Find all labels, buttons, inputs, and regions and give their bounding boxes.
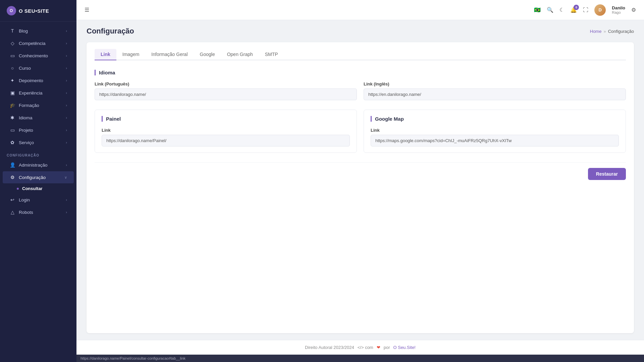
section-painel: Painel Link (95, 110, 357, 153)
restaurar-button[interactable]: Restaurar (588, 168, 626, 180)
footer-link[interactable]: O Seu.Site! (393, 345, 416, 350)
sidebar-item-blog[interactable]: T Blog › (3, 25, 74, 37)
robots-icon: △ (9, 209, 15, 215)
footer-heart-icon: ❤ (377, 345, 380, 350)
tab-google[interactable]: Google (194, 49, 221, 60)
login-icon: ↩ (9, 197, 15, 203)
sidebar-item-idioma[interactable]: ✱ Idioma › (3, 112, 74, 124)
servico-icon: ✿ (9, 139, 15, 145)
chevron-icon: › (66, 78, 67, 82)
label-link-en: Link (Inglês) (364, 81, 626, 86)
tab-informacao-geral[interactable]: Informação Geral (145, 49, 194, 60)
sidebar-item-login[interactable]: ↩ Login › (3, 194, 74, 206)
search-icon[interactable]: 🔍 (547, 7, 553, 13)
sidebar-item-curso[interactable]: ○ Curso › (3, 62, 74, 74)
sidebar-item-competencia[interactable]: ◇ Competência › (3, 37, 74, 49)
sidebar-item-depoimento[interactable]: ✦ Depoimento › (3, 74, 74, 86)
section-google-map: Google Map Link (364, 110, 626, 153)
sidebar-item-label: Login (19, 197, 30, 202)
tab-open-graph[interactable]: Open Graph (221, 49, 259, 60)
sidebar-item-label: Formação (19, 103, 39, 108)
sidebar-item-label: Serviço (19, 140, 34, 145)
chevron-icon: › (66, 103, 67, 107)
section-painel-title: Painel (102, 116, 350, 122)
breadcrumb-home[interactable]: Home (590, 29, 602, 34)
sidebar-subitem-consultar[interactable]: Consultar (3, 184, 74, 193)
depoimento-icon: ✦ (9, 77, 15, 83)
label-link-pt: Link (Português) (95, 81, 357, 86)
sidebar-item-configuracao[interactable]: ⚙ Configuração ∨ (3, 171, 74, 183)
projeto-icon: ▭ (9, 127, 15, 133)
breadcrumb-separator: » (603, 29, 606, 34)
sidebar-item-label: Administração (19, 163, 48, 168)
user-sub: Rago (612, 10, 625, 14)
field-group-painel-link: Link (102, 128, 350, 146)
flag-icon[interactable]: 🇧🇷 (534, 7, 541, 13)
expand-icon[interactable]: ⛶ (583, 7, 588, 13)
field-group-google-map-link: Link (371, 128, 619, 146)
footer-bar: Direito Autoral 2023/2024 </> com ❤ por … (76, 340, 644, 355)
sidebar-item-label: Idioma (19, 115, 33, 120)
footer-made-with: </> com (358, 345, 373, 350)
status-bar: https://danilorago.name/Painel/consultar… (76, 355, 644, 362)
chevron-icon: › (66, 54, 67, 58)
chevron-icon: › (66, 140, 67, 144)
sidebar-item-robots[interactable]: △ Robots › (3, 206, 74, 218)
tab-imagem[interactable]: Imagem (116, 49, 146, 60)
section-idioma-title: Idioma (95, 70, 626, 75)
main-card: Link Imagem Informação Geral Google Open… (87, 42, 634, 333)
breadcrumb-current: Configuração (608, 29, 634, 34)
sidebar-item-experiencia[interactable]: ▣ Experiência › (3, 87, 74, 99)
content-area: Configuração Home » Configuração Link Im… (76, 20, 644, 355)
label-painel-link: Link (102, 128, 350, 133)
sidebar-item-label: Conhecimento (19, 53, 48, 58)
competencia-icon: ◇ (9, 40, 15, 46)
avatar[interactable]: D (594, 4, 606, 16)
user-name: Danilo (612, 5, 625, 10)
page-header: Configuração Home » Configuração (76, 20, 644, 39)
sidebar-nav: T Blog › ◇ Competência › ▭ Conhecimento … (0, 22, 76, 362)
sidebar-item-projeto[interactable]: ▭ Projeto › (3, 124, 74, 136)
sidebar: O O SEU•SITE T Blog › ◇ Competência › ▭ … (0, 0, 76, 362)
menu-icon[interactable]: ☰ (85, 7, 89, 13)
tab-smtp[interactable]: SMTP (259, 49, 284, 60)
sidebar-item-conhecimento[interactable]: ▭ Conhecimento › (3, 50, 74, 62)
sidebar-item-label: Robots (19, 210, 33, 215)
notifications-button[interactable]: 🔔 0 (570, 7, 577, 13)
label-google-map-link: Link (371, 128, 619, 133)
chevron-icon: › (66, 41, 67, 45)
sidebar-section-configuracao: CONFIGURAÇÃO (0, 149, 76, 159)
page-title: Configuração (87, 27, 134, 36)
field-group-link-en: Link (Inglês) (364, 81, 626, 100)
card-footer: Restaurar (95, 162, 626, 180)
sections-row: Painel Link Google Map Link (95, 110, 626, 153)
sidebar-item-label: Depoimento (19, 78, 43, 83)
input-google-map-link[interactable] (371, 135, 619, 146)
sidebar-item-label: Curso (19, 66, 31, 71)
footer-by: por (384, 345, 390, 350)
notification-badge: 0 (574, 5, 579, 10)
input-painel-link[interactable] (102, 135, 350, 146)
chevron-icon: › (66, 128, 67, 132)
status-url: https://danilorago.name/Painel/consultar… (80, 356, 185, 360)
moon-icon[interactable]: ☾ (559, 7, 564, 13)
sidebar-item-label: Projeto (19, 128, 33, 133)
chevron-icon: › (66, 66, 67, 70)
logo-text: O SEU•SITE (19, 8, 49, 14)
subitem-dot-icon (17, 188, 19, 190)
input-link-pt[interactable] (95, 88, 357, 100)
input-link-en[interactable] (364, 88, 626, 100)
sidebar-item-label: Configuração (19, 175, 46, 180)
sidebar-item-administracao[interactable]: 👤 Administração › (3, 159, 74, 171)
section-google-map-title: Google Map (371, 116, 619, 122)
sidebar-item-formacao[interactable]: 🎓 Formação › (3, 99, 74, 111)
tab-link[interactable]: Link (95, 49, 116, 60)
chevron-icon: › (66, 163, 67, 167)
user-info: Danilo Rago (612, 5, 625, 14)
header: ☰ 🇧🇷 🔍 ☾ 🔔 0 ⛶ D Danilo Rago ⚙ (76, 0, 644, 20)
footer-copyright: Direito Autoral 2023/2024 (305, 345, 354, 350)
sidebar-logo: O O SEU•SITE (0, 0, 76, 22)
sidebar-item-servico[interactable]: ✿ Serviço › (3, 136, 74, 148)
settings-icon[interactable]: ⚙ (631, 7, 636, 13)
chevron-icon: › (66, 29, 67, 33)
